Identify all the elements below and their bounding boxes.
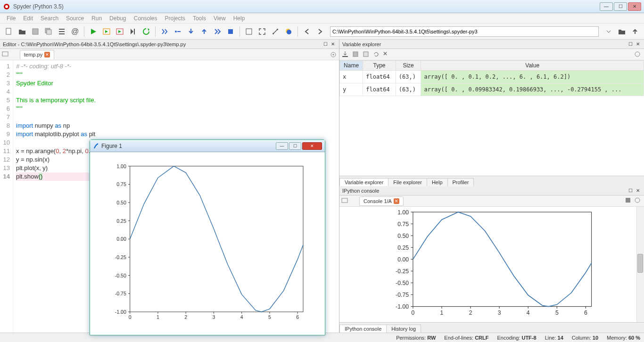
save-button[interactable] bbox=[29, 25, 41, 38]
working-dir-input[interactable] bbox=[330, 26, 599, 37]
maximize-pane-button[interactable] bbox=[243, 25, 255, 38]
svg-text:4: 4 bbox=[527, 309, 530, 316]
path-dropdown-button[interactable] bbox=[603, 25, 615, 38]
console-tab[interactable]: Console 1/A ✕ bbox=[359, 196, 404, 206]
console-undock-button[interactable]: ☐ bbox=[627, 187, 634, 194]
svg-text:-0.25: -0.25 bbox=[396, 268, 409, 275]
pane-tab-profiler[interactable]: Profiler bbox=[447, 178, 474, 186]
pane-tab-ipython-console[interactable]: IPython console bbox=[339, 325, 387, 333]
run-cell-button[interactable] bbox=[100, 25, 113, 38]
menu-file[interactable]: File bbox=[3, 14, 19, 23]
run-cell-advance-button[interactable] bbox=[114, 25, 126, 38]
console-scrollbar[interactable] bbox=[636, 207, 644, 322]
import-data-button[interactable] bbox=[341, 50, 350, 59]
list-button[interactable] bbox=[56, 25, 68, 38]
console-close-button[interactable]: ✕ bbox=[635, 187, 641, 194]
var-col-value[interactable]: Value bbox=[421, 61, 644, 71]
svg-text:3: 3 bbox=[212, 314, 215, 320]
var-close-button[interactable]: ✕ bbox=[635, 41, 641, 48]
new-file-button[interactable] bbox=[3, 25, 15, 38]
svg-text:-0.75: -0.75 bbox=[396, 292, 409, 298]
menu-help[interactable]: Help bbox=[230, 14, 249, 23]
maximize-button[interactable]: ☐ bbox=[614, 2, 627, 11]
menu-edit[interactable]: Edit bbox=[19, 14, 37, 23]
figure-window[interactable]: Figure 1 — ☐ ✕ 0123456-1.00-0.75-0.50-0.… bbox=[90, 139, 325, 335]
stop-debug-button[interactable] bbox=[224, 25, 237, 38]
svg-rect-19 bbox=[363, 52, 368, 57]
step-out-button[interactable] bbox=[198, 25, 210, 38]
var-col-size[interactable]: Size bbox=[396, 61, 421, 71]
fullscreen-button[interactable] bbox=[256, 25, 268, 38]
svg-text:1.00: 1.00 bbox=[116, 163, 126, 169]
figure-max-button[interactable]: ☐ bbox=[289, 142, 301, 150]
console-options-button[interactable] bbox=[634, 196, 642, 205]
menu-source[interactable]: Source bbox=[62, 14, 88, 23]
editor-browse-button[interactable] bbox=[2, 50, 10, 58]
figure-titlebar[interactable]: Figure 1 — ☐ ✕ bbox=[90, 140, 325, 152]
forward-button[interactable] bbox=[314, 25, 326, 38]
var-undock-button[interactable]: ☐ bbox=[627, 41, 634, 48]
var-col-name[interactable]: Name bbox=[340, 61, 363, 71]
save-all-button[interactable] bbox=[42, 25, 55, 38]
status-column: Column: 10 bbox=[572, 335, 598, 341]
debug-rerun-button[interactable] bbox=[140, 25, 152, 38]
menu-search[interactable]: Search bbox=[37, 14, 62, 23]
console-stop-button[interactable] bbox=[625, 197, 634, 204]
editor-undock-button[interactable]: ☐ bbox=[322, 41, 329, 48]
refresh-button[interactable] bbox=[372, 50, 381, 59]
step-button[interactable] bbox=[172, 25, 184, 38]
editor-tab-temp[interactable]: temp.py ✕ bbox=[20, 50, 54, 59]
pythonpath-button[interactable] bbox=[282, 25, 295, 38]
svg-point-20 bbox=[635, 52, 640, 57]
menu-debug[interactable]: Debug bbox=[106, 14, 130, 23]
close-button[interactable]: ✕ bbox=[628, 2, 641, 11]
run-selection-button[interactable] bbox=[127, 25, 139, 38]
menu-run[interactable]: Run bbox=[88, 14, 106, 23]
console-browse-button[interactable] bbox=[341, 197, 350, 205]
continue-button[interactable] bbox=[211, 25, 223, 38]
run-button[interactable] bbox=[87, 25, 99, 38]
pane-tab-help[interactable]: Help bbox=[427, 178, 448, 186]
editor-options-button[interactable] bbox=[330, 51, 337, 58]
pane-tab-file-explorer[interactable]: File explorer bbox=[388, 178, 427, 186]
step-into-button[interactable] bbox=[185, 25, 197, 38]
editor-close-button[interactable]: ✕ bbox=[330, 41, 336, 48]
parent-dir-button[interactable] bbox=[629, 25, 641, 38]
console-output[interactable]: 0123456-1.00-0.75-0.50-0.250.000.250.500… bbox=[339, 207, 644, 322]
editor-tab-close-icon[interactable]: ✕ bbox=[44, 52, 50, 57]
var-row[interactable]: yfloat64(63,)array([ 0. , 0.09983342, 0.… bbox=[340, 83, 644, 96]
minimize-button[interactable]: — bbox=[600, 2, 613, 11]
remove-all-button[interactable]: ✕ bbox=[383, 50, 391, 59]
svg-text:0.25: 0.25 bbox=[397, 244, 409, 251]
svg-text:5: 5 bbox=[268, 314, 271, 320]
debug-button[interactable] bbox=[158, 25, 171, 38]
var-options-button[interactable] bbox=[634, 50, 642, 59]
back-button[interactable] bbox=[301, 25, 313, 38]
var-col-type[interactable]: Type bbox=[363, 61, 396, 71]
status-line: Line: 14 bbox=[545, 335, 563, 341]
svg-point-16 bbox=[333, 54, 334, 55]
open-file-button[interactable] bbox=[16, 25, 28, 38]
figure-min-button[interactable]: — bbox=[276, 142, 288, 150]
save-data-button[interactable] bbox=[352, 50, 360, 59]
svg-text:0.75: 0.75 bbox=[397, 221, 409, 228]
save-data-as-button[interactable] bbox=[362, 50, 371, 59]
browse-dir-button[interactable] bbox=[616, 25, 628, 38]
menu-consoles[interactable]: Consoles bbox=[130, 14, 161, 23]
at-button[interactable]: @ bbox=[69, 25, 81, 38]
console-tab-label: Console 1/A bbox=[363, 198, 392, 204]
svg-point-23 bbox=[635, 198, 640, 203]
svg-text:-0.50: -0.50 bbox=[115, 273, 126, 278]
code-area[interactable]: # -*- coding: utf-8 -*-"""Spyder Editor … bbox=[13, 60, 96, 333]
pane-tab-variable-explorer[interactable]: Variable explorer bbox=[339, 178, 388, 186]
console-tab-close-icon[interactable]: ✕ bbox=[394, 198, 399, 204]
pane-tab-history-log[interactable]: History log bbox=[386, 325, 421, 333]
figure-close-button[interactable]: ✕ bbox=[302, 142, 322, 150]
var-row[interactable]: xfloat64(63,)array([ 0. , 0.1, 0.2, ...,… bbox=[340, 71, 644, 83]
svg-text:3: 3 bbox=[498, 309, 501, 316]
preferences-button[interactable] bbox=[269, 25, 281, 38]
variable-table[interactable]: NameTypeSizeValuexfloat64(63,)array([ 0.… bbox=[339, 60, 644, 176]
menu-tools[interactable]: Tools bbox=[189, 14, 210, 23]
menu-projects[interactable]: Projects bbox=[161, 14, 189, 23]
menu-view[interactable]: View bbox=[210, 14, 230, 23]
